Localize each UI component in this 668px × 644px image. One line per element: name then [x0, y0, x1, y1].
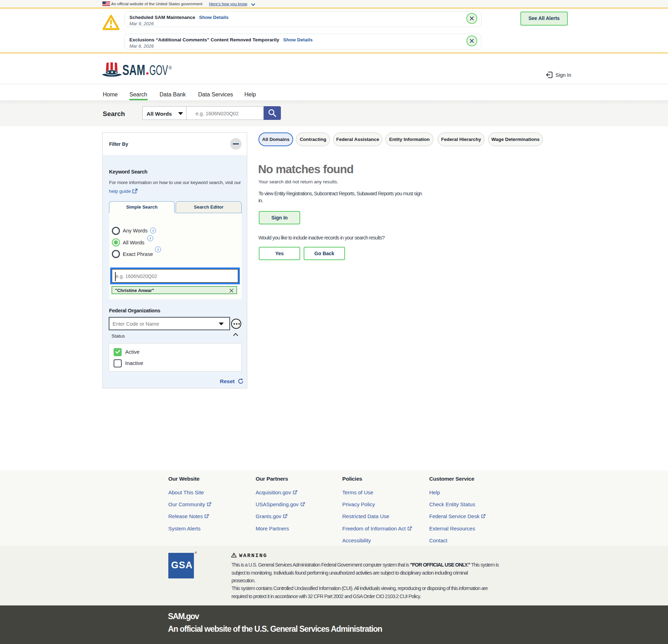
svg-text:SAM: SAM [122, 62, 145, 77]
svg-text:GOV: GOV [149, 62, 168, 77]
svg-text:®: ® [169, 66, 172, 70]
